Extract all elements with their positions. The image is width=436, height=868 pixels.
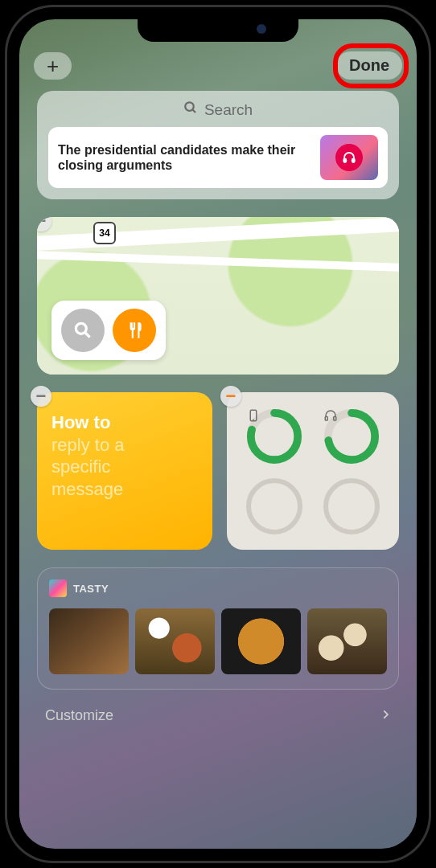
headphones-icon (335, 144, 363, 171)
svg-rect-2 (343, 159, 346, 163)
tasty-app-icon (49, 579, 67, 597)
done-button[interactable]: Done (336, 51, 402, 80)
svg-rect-13 (334, 416, 336, 420)
tasty-app-label: TASTY (73, 583, 109, 595)
map-quick-actions (51, 301, 166, 360)
remove-widget-button[interactable]: − (220, 386, 241, 407)
search-icon (183, 100, 198, 119)
battery-ring-empty (323, 478, 380, 534)
recipe-thumbnail[interactable] (307, 608, 387, 674)
tasty-widget[interactable]: TASTY (37, 567, 399, 690)
news-widget[interactable]: The presidential candidates make their c… (48, 127, 388, 188)
search-field[interactable]: Search (48, 100, 388, 119)
remove-widget-button[interactable]: − (31, 386, 51, 407)
maps-widget[interactable]: − 34 (37, 217, 399, 375)
svg-line-1 (192, 109, 195, 113)
svg-line-5 (85, 333, 89, 337)
customize-label: Customize (45, 707, 113, 724)
phone-icon (246, 408, 302, 465)
notes-line: How to (51, 412, 110, 432)
phone-frame: + Done Search The presidential candidate… (5, 5, 431, 863)
notes-line: message (51, 479, 123, 499)
headphones-icon (323, 408, 380, 465)
notch (138, 16, 298, 42)
recipe-thumbnail[interactable] (221, 608, 301, 674)
recipe-thumbnail[interactable] (135, 608, 215, 674)
tasty-thumbnail-row (49, 608, 387, 674)
svg-rect-3 (352, 159, 355, 163)
search-and-news-card: Search The presidential candidates make … (37, 91, 399, 199)
notes-line: specific (51, 457, 110, 477)
news-thumbnail (320, 135, 378, 180)
chevron-right-icon (380, 707, 391, 724)
news-headline: The presidential candidates make their c… (58, 142, 312, 173)
battery-ring-headphones (323, 408, 380, 465)
tasty-header: TASTY (49, 579, 387, 597)
svg-rect-12 (325, 416, 327, 420)
search-placeholder: Search (204, 101, 253, 119)
highway-shield: 34 (93, 222, 116, 244)
battery-ring-empty (246, 478, 302, 534)
widget-row: − How to reply to a specific message − (37, 392, 399, 550)
batteries-widget[interactable]: − (227, 392, 399, 550)
map-food-button[interactable] (113, 309, 156, 352)
notes-widget[interactable]: − How to reply to a specific message (37, 392, 212, 550)
today-view-edit-screen: + Done Search The presidential candidate… (19, 19, 417, 849)
customize-button[interactable]: Customize (34, 704, 402, 731)
map-search-button[interactable] (61, 309, 105, 352)
add-widget-button[interactable]: + (34, 52, 72, 80)
recipe-thumbnail[interactable] (49, 608, 129, 674)
svg-point-4 (76, 323, 86, 334)
svg-point-0 (185, 102, 194, 111)
notes-line: reply to a (51, 435, 125, 455)
battery-ring-phone (246, 408, 302, 465)
top-bar: + Done (34, 51, 402, 80)
